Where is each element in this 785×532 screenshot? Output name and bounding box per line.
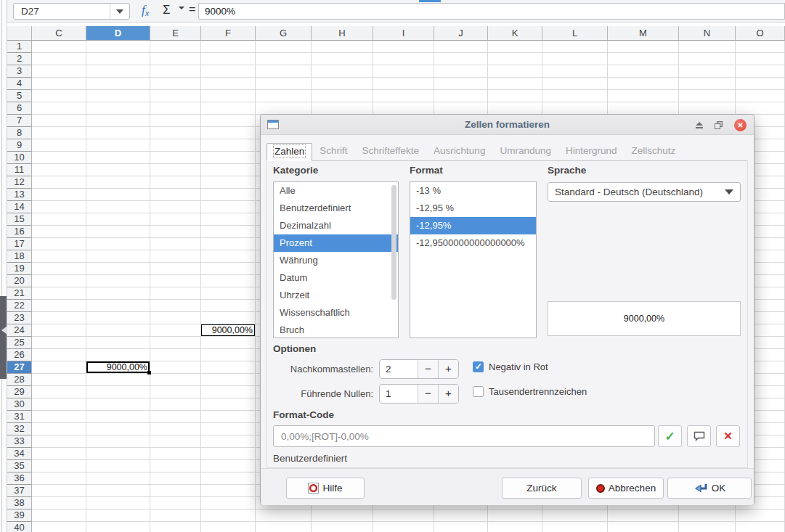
cell-K6[interactable]: [488, 102, 542, 115]
cell-E4[interactable]: [150, 78, 201, 90]
cell-E17[interactable]: [150, 238, 201, 250]
cell-D13[interactable]: [86, 189, 150, 201]
cell-F17[interactable]: [201, 238, 256, 250]
delete-format-button[interactable]: ✕: [716, 425, 740, 447]
column-header-M[interactable]: M: [608, 26, 679, 41]
cell-F38[interactable]: [201, 497, 256, 510]
cell-E33[interactable]: [150, 435, 201, 448]
dialog-titlebar[interactable]: Zellen formatieren ✕: [261, 115, 754, 135]
cell-E29[interactable]: [150, 386, 201, 398]
row-header-21[interactable]: 21: [7, 287, 32, 300]
cell-F15[interactable]: [201, 213, 256, 226]
cell-E20[interactable]: [150, 275, 201, 287]
row-header-5[interactable]: 5: [7, 90, 32, 102]
cell-L2[interactable]: [542, 53, 608, 65]
cell-F36[interactable]: [201, 472, 256, 485]
column-header-G[interactable]: G: [256, 26, 312, 41]
row-header-40[interactable]: 40: [7, 522, 32, 532]
cell-D9[interactable]: [86, 139, 150, 152]
cell-K1[interactable]: [488, 41, 542, 53]
cell-E15[interactable]: [150, 213, 201, 226]
cell-M2[interactable]: [608, 53, 679, 65]
cell-F28[interactable]: [201, 374, 256, 386]
cell-J6[interactable]: [434, 102, 488, 115]
cell-C26[interactable]: [32, 349, 86, 361]
ok-button[interactable]: OK: [667, 478, 752, 499]
format--12-95-[interactable]: -12,95 %: [410, 200, 536, 217]
cell-E22[interactable]: [150, 300, 201, 312]
cell-L40[interactable]: [542, 522, 608, 532]
cell-E32[interactable]: [150, 423, 201, 435]
cell-E3[interactable]: [150, 65, 201, 78]
cell-N3[interactable]: [679, 65, 736, 78]
cell-L4[interactable]: [542, 78, 608, 90]
cell-M3[interactable]: [608, 65, 679, 78]
cell-F37[interactable]: [201, 485, 256, 497]
row-header-20[interactable]: 20: [7, 275, 32, 287]
select-all-corner[interactable]: [7, 26, 32, 41]
cell-H40[interactable]: [312, 522, 373, 532]
cell-C22[interactable]: [32, 300, 86, 312]
cell-D36[interactable]: [86, 472, 150, 485]
restore-icon[interactable]: [715, 121, 723, 129]
column-header-J[interactable]: J: [434, 26, 488, 41]
cell-E28[interactable]: [150, 374, 201, 386]
row-header-31[interactable]: 31: [7, 411, 32, 423]
cell-F16[interactable]: [201, 226, 256, 238]
cell-E1[interactable]: [150, 41, 201, 53]
cell-C2[interactable]: [32, 53, 86, 65]
column-header-D[interactable]: D: [86, 26, 150, 41]
cell-D37[interactable]: [86, 485, 150, 497]
column-header-E[interactable]: E: [150, 26, 201, 41]
row-header-6[interactable]: 6: [7, 102, 32, 115]
cell-N6[interactable]: [679, 102, 736, 115]
cell-F34[interactable]: [201, 448, 256, 460]
cell-D33[interactable]: [86, 435, 150, 448]
cell-D5[interactable]: [86, 90, 150, 102]
column-header-H[interactable]: H: [312, 26, 373, 41]
row-header-7[interactable]: 7: [7, 115, 32, 127]
cell-N1[interactable]: [679, 41, 736, 53]
cell-O40[interactable]: [736, 522, 785, 532]
cell-F29[interactable]: [201, 386, 256, 398]
cell-C23[interactable]: [32, 312, 86, 324]
cell-F8[interactable]: [201, 127, 256, 139]
cell-D35[interactable]: [86, 460, 150, 472]
cell-D22[interactable]: [86, 300, 150, 312]
cell-F35[interactable]: [201, 460, 256, 472]
cell-D1[interactable]: [86, 41, 150, 53]
cell-C15[interactable]: [32, 213, 86, 226]
cell-D29[interactable]: [86, 386, 150, 398]
cell-E26[interactable]: [150, 349, 201, 361]
cell-C6[interactable]: [32, 102, 86, 115]
cell-F26[interactable]: [201, 349, 256, 361]
cell-F40[interactable]: [201, 522, 256, 532]
cell-H39[interactable]: [312, 510, 373, 522]
cell-F6[interactable]: [201, 102, 256, 115]
cell-C39[interactable]: [32, 510, 86, 522]
cell-C37[interactable]: [32, 485, 86, 497]
decrement-button[interactable]: −: [418, 360, 438, 378]
cell-C4[interactable]: [32, 78, 86, 90]
cell-M1[interactable]: [608, 41, 679, 53]
cell-D2[interactable]: [86, 53, 150, 65]
sum-dropdown-icon[interactable]: [179, 9, 184, 22]
tab-ausrichtung[interactable]: Ausrichtung: [426, 143, 492, 161]
cell-D40[interactable]: [86, 522, 150, 532]
leading-zeros-value[interactable]: 1: [380, 385, 418, 403]
cell-D28[interactable]: [86, 374, 150, 386]
cell-C38[interactable]: [32, 497, 86, 510]
cell-K5[interactable]: [488, 90, 542, 102]
cell-I40[interactable]: [373, 522, 434, 532]
cell-L1[interactable]: [542, 41, 608, 53]
column-header-K[interactable]: K: [488, 26, 542, 41]
row-header-18[interactable]: 18: [7, 250, 32, 263]
cell-I4[interactable]: [373, 78, 434, 90]
cell-N5[interactable]: [679, 90, 736, 102]
cell-D26[interactable]: [86, 349, 150, 361]
cell-E36[interactable]: [150, 472, 201, 485]
row-header-28[interactable]: 28: [7, 374, 32, 386]
cell-F14[interactable]: [201, 201, 256, 213]
cell-F10[interactable]: [201, 152, 256, 164]
cell-M39[interactable]: [608, 510, 679, 522]
